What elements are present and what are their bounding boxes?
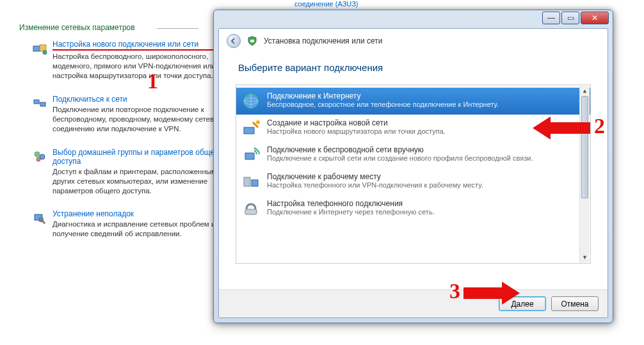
bg-item-link[interactable]: Подключиться к сети bbox=[52, 95, 237, 104]
scroll-down-icon[interactable]: ▼ bbox=[581, 253, 588, 262]
dialog-heading: Выберите вариант подключения bbox=[219, 53, 608, 84]
phone-icon bbox=[241, 199, 261, 218]
option-wireless-manual[interactable]: Подключение к беспроводной сети вручную … bbox=[236, 141, 590, 168]
svg-rect-3 bbox=[34, 100, 39, 104]
cancel-button[interactable]: Отмена bbox=[551, 296, 599, 311]
option-dialup[interactable]: Настройка телефонного подключения Подклю… bbox=[236, 195, 590, 222]
troubleshoot-icon bbox=[32, 211, 47, 226]
maximize-button[interactable]: ▭ bbox=[561, 12, 579, 24]
annotation-arrow-2 bbox=[533, 116, 590, 140]
annotation-3: 3 bbox=[449, 279, 460, 303]
header-link[interactable]: соединение (АЗUЗ) bbox=[294, 0, 358, 8]
svg-point-7 bbox=[36, 157, 40, 161]
annotation-1: 1 bbox=[147, 69, 158, 93]
bg-item-connect[interactable]: Подключиться к сети Подключение или повт… bbox=[32, 95, 237, 134]
homegroup-icon bbox=[32, 149, 47, 164]
minimize-button[interactable]: — bbox=[542, 12, 560, 24]
back-arrow-icon bbox=[230, 38, 237, 44]
dialog-buttons: Далее Отмена bbox=[219, 289, 608, 317]
option-title: Подключение к беспроводной сети вручную bbox=[267, 145, 576, 154]
bg-item-homegroup[interactable]: Выбор домашней группы и параметров общег… bbox=[32, 148, 237, 196]
title-bar[interactable]: — ▭ ✕ bbox=[214, 10, 613, 28]
svg-rect-10 bbox=[250, 40, 254, 42]
bg-item-link[interactable]: Устранение неполадок bbox=[52, 209, 237, 218]
bg-item-desc: Диагностика и исправление сетевых пробле… bbox=[52, 220, 237, 239]
bg-item-link[interactable]: Выбор домашней группы и параметров общег… bbox=[52, 148, 237, 166]
option-desc: Подключение к скрытой сети или создание … bbox=[267, 154, 576, 163]
svg-rect-4 bbox=[40, 102, 45, 106]
network-wizard-icon bbox=[32, 41, 47, 56]
svg-point-14 bbox=[256, 120, 260, 124]
bg-item-desc: Подключение или повторное подключение к … bbox=[52, 105, 237, 134]
option-desc: Беспроводное, скоростное или телефонное … bbox=[267, 100, 576, 109]
nav-row: Установка подключения или сети bbox=[219, 29, 608, 53]
options-list: Подключение к Интернету Беспроводное, ск… bbox=[236, 84, 591, 264]
bg-item-desc: Настройка беспроводного, широкополосного… bbox=[52, 52, 237, 81]
option-desc: Настройка телефонного или VPN-подключени… bbox=[267, 181, 576, 189]
option-title: Подключение к рабочему месту bbox=[267, 172, 576, 181]
window-buttons: — ▭ ✕ bbox=[541, 12, 609, 24]
option-title: Настройка телефонного подключения bbox=[267, 199, 576, 208]
option-internet[interactable]: Подключение к Интернету Беспроводное, ск… bbox=[236, 88, 590, 115]
wireless-icon bbox=[241, 145, 261, 164]
svg-rect-1 bbox=[40, 45, 46, 51]
shield-icon bbox=[247, 36, 257, 46]
bg-task-list: Настройка нового подключения или сети На… bbox=[32, 40, 237, 253]
svg-point-2 bbox=[43, 51, 47, 54]
router-icon bbox=[241, 118, 261, 138]
dialog-window: — ▭ ✕ Установка подключения или сети Выб… bbox=[213, 10, 613, 323]
scroll-thumb[interactable] bbox=[581, 96, 588, 198]
bg-item-desc: Доступ к файлам и принтерам, расположенн… bbox=[52, 167, 237, 196]
option-title: Создание и настройка новой сети bbox=[267, 118, 576, 127]
svg-rect-0 bbox=[33, 46, 40, 51]
annotation-arrow-3 bbox=[463, 282, 520, 305]
option-workplace[interactable]: Подключение к рабочему месту Настройка т… bbox=[236, 168, 590, 195]
scrollbar[interactable]: ▲ ▼ bbox=[579, 86, 590, 262]
bg-item-troubleshoot[interactable]: Устранение неполадок Диагностика и испра… bbox=[32, 209, 237, 239]
svg-rect-16 bbox=[244, 177, 250, 186]
workplace-icon bbox=[241, 172, 261, 191]
svg-rect-13 bbox=[244, 127, 254, 134]
nav-title: Установка подключения или сети bbox=[264, 36, 382, 45]
connect-icon bbox=[32, 96, 47, 111]
back-button[interactable] bbox=[227, 34, 241, 48]
svg-rect-18 bbox=[245, 209, 257, 214]
svg-point-5 bbox=[35, 152, 40, 157]
option-desc: Подключение к Интернету через телефонную… bbox=[267, 208, 576, 216]
bg-item-link[interactable]: Настройка нового подключения или сети bbox=[52, 40, 237, 51]
svg-rect-15 bbox=[245, 153, 254, 159]
scroll-up-icon[interactable]: ▲ bbox=[581, 86, 588, 95]
bg-item-new-connection[interactable]: Настройка нового подключения или сети На… bbox=[32, 40, 237, 81]
globe-icon bbox=[241, 92, 261, 111]
annotation-2: 2 bbox=[594, 114, 605, 138]
option-desc: Настройка нового маршрутизатора или точк… bbox=[267, 127, 576, 136]
dialog-content: Установка подключения или сети Выберите … bbox=[218, 28, 608, 318]
close-button[interactable]: ✕ bbox=[581, 12, 609, 24]
section-title: Изменение сетевых параметров bbox=[19, 23, 135, 32]
svg-rect-17 bbox=[252, 180, 258, 186]
option-title: Подключение к Интернету bbox=[267, 92, 576, 100]
